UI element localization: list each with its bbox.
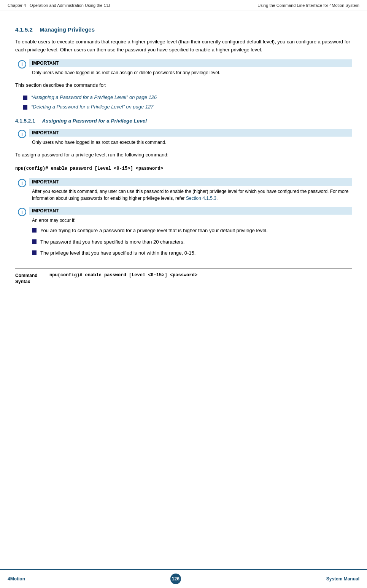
footer-right: System Manual: [326, 576, 359, 582]
error-bullet-text-3: The privilege level that you have specif…: [40, 249, 195, 257]
important-box-2: i IMPORTANT Only users who have logged i…: [15, 129, 352, 146]
bullet-square-2: [23, 105, 27, 110]
info-icon-4: i: [18, 208, 26, 216]
info-icon-1: i: [18, 60, 26, 69]
footer-left: 4Motion: [8, 576, 25, 582]
important-content-3: IMPORTANT After you execute this command…: [29, 178, 352, 202]
error-bullet-square-3: [32, 250, 37, 255]
error-bullet-3: The privilege level that you have specif…: [32, 249, 349, 257]
section-41521-title: Assigning a Password for a Privilege Lev…: [42, 118, 147, 124]
section-4152: 4.1.5.2 Managing Privileges: [15, 26, 352, 33]
command-syntax-label: CommandSyntax: [15, 272, 49, 285]
important-box-1: i IMPORTANT Only users who have logged i…: [15, 59, 352, 76]
important-header-1: IMPORTANT: [29, 59, 352, 67]
section-41521: 4.1.5.2.1 Assigning a Password for a Pri…: [15, 118, 352, 124]
header-left: Chapter 4 - Operation and Administration…: [8, 3, 110, 8]
important-content-4: IMPORTANT An error may occur if: You are…: [29, 207, 352, 261]
section-4152-body1: To enable users to execute commands that…: [15, 38, 352, 54]
command-syntax-value: npu(config)# enable password [Level <0-1…: [49, 272, 352, 285]
important-content-1: IMPORTANT Only users who have logged in …: [29, 59, 352, 76]
header-right: Using the Command Line Interface for 4Mo…: [257, 3, 359, 8]
error-bullet-1: You are trying to configure a password f…: [32, 227, 349, 234]
command-block-1: npu(config)# enable password [Level <0-1…: [15, 164, 352, 173]
section-4152-number: 4.1.5.2: [15, 26, 33, 33]
important-box-4: i IMPORTANT An error may occur if: You a…: [15, 207, 352, 261]
important-header-3: IMPORTANT: [29, 178, 352, 186]
page-header: Chapter 4 - Operation and Administration…: [0, 0, 367, 11]
important-text-2: Only users who have logged in as root ca…: [29, 139, 352, 146]
section-41521-number: 4.1.5.2.1: [15, 118, 35, 124]
command-text-1: npu(config)# enable password [Level <0-1…: [15, 166, 163, 171]
important-text-4: An error may occur if: You are trying to…: [29, 217, 352, 257]
page-footer: 4Motion 126 System Manual: [0, 569, 367, 588]
important-header-2: IMPORTANT: [29, 129, 352, 137]
footer-page-number: 126: [170, 574, 181, 584]
important-text-1: Only users who have logged in as root ca…: [29, 69, 352, 76]
bullet-item-1: “Assigning a Password for a Privilege Le…: [15, 94, 352, 100]
info-icon-3: i: [18, 179, 26, 187]
section-4152-intro: This section describes the commands for:: [15, 81, 352, 89]
important-box-3: i IMPORTANT After you execute this comma…: [15, 178, 352, 202]
info-icon-2: i: [18, 130, 26, 138]
bullet-item-2: “Deleting a Password for a Privilege Lev…: [15, 104, 352, 110]
error-bullet-square-1: [32, 228, 37, 233]
important-content-2: IMPORTANT Only users who have logged in …: [29, 129, 352, 146]
important-text-3: After you execute this command, any user…: [29, 188, 352, 202]
section-link[interactable]: Section 4.1.5.3: [186, 196, 216, 201]
error-bullet-2: The password that you have specified is …: [32, 238, 349, 246]
error-bullet-text-2: The password that you have specified is …: [40, 238, 184, 246]
important-icon-2: i: [15, 129, 29, 138]
important-icon-4: i: [15, 207, 29, 216]
bullet-link-2[interactable]: “Deleting a Password for a Privilege Lev…: [31, 104, 154, 110]
important-icon-1: i: [15, 59, 29, 69]
command-syntax-section: CommandSyntax npu(config)# enable passwo…: [15, 268, 352, 285]
bullet-square-1: [23, 96, 27, 100]
error-bullet-square-2: [32, 239, 37, 244]
section-4152-title: Managing Privileges: [40, 26, 95, 33]
important-header-4: IMPORTANT: [29, 207, 352, 215]
error-bullet-text-1: You are trying to configure a password f…: [40, 227, 268, 234]
important-icon-3: i: [15, 178, 29, 187]
section-41521-body1: To assign a password for a privilege lev…: [15, 151, 352, 159]
bullet-link-1[interactable]: “Assigning a Password for a Privilege Le…: [31, 94, 157, 100]
